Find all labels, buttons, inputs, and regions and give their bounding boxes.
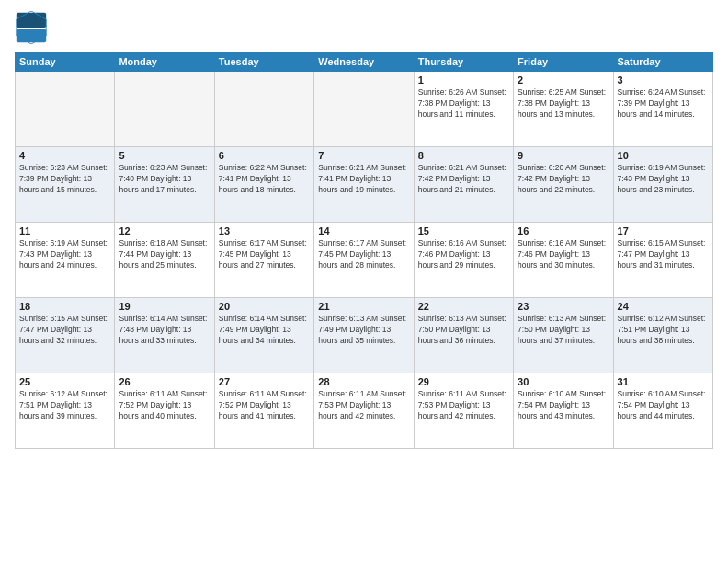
calendar-cell: 16Sunrise: 6:16 AM Sunset: 7:46 PM Dayli… <box>514 223 613 298</box>
calendar-cell: 19Sunrise: 6:14 AM Sunset: 7:48 PM Dayli… <box>115 298 214 373</box>
day-info: Sunrise: 6:14 AM Sunset: 7:48 PM Dayligh… <box>119 314 210 347</box>
calendar-cell: 21Sunrise: 6:13 AM Sunset: 7:49 PM Dayli… <box>314 298 414 373</box>
day-number: 11 <box>19 225 110 236</box>
day-number: 19 <box>119 301 210 312</box>
calendar-week-4: 18Sunrise: 6:15 AM Sunset: 7:47 PM Dayli… <box>16 298 713 373</box>
day-info: Sunrise: 6:23 AM Sunset: 7:40 PM Dayligh… <box>119 163 210 196</box>
day-number: 7 <box>318 150 409 161</box>
calendar-cell: 29Sunrise: 6:11 AM Sunset: 7:53 PM Dayli… <box>414 373 513 449</box>
day-number: 3 <box>618 75 709 86</box>
day-number: 15 <box>418 225 509 236</box>
day-info: Sunrise: 6:16 AM Sunset: 7:46 PM Dayligh… <box>518 238 609 271</box>
calendar-cell: 30Sunrise: 6:10 AM Sunset: 7:54 PM Dayli… <box>514 373 613 449</box>
day-info: Sunrise: 6:11 AM Sunset: 7:52 PM Dayligh… <box>119 389 210 422</box>
calendar-table: SundayMondayTuesdayWednesdayThursdayFrid… <box>15 52 713 449</box>
calendar-cell <box>16 72 115 147</box>
day-number: 20 <box>219 301 310 312</box>
day-number: 26 <box>119 376 210 387</box>
day-info: Sunrise: 6:22 AM Sunset: 7:41 PM Dayligh… <box>219 163 310 196</box>
svg-rect-1 <box>17 13 46 28</box>
calendar-cell: 20Sunrise: 6:14 AM Sunset: 7:49 PM Dayli… <box>214 298 313 373</box>
day-info: Sunrise: 6:13 AM Sunset: 7:50 PM Dayligh… <box>518 314 609 347</box>
day-info: Sunrise: 6:18 AM Sunset: 7:44 PM Dayligh… <box>119 238 210 271</box>
calendar-cell: 11Sunrise: 6:19 AM Sunset: 7:43 PM Dayli… <box>16 223 115 298</box>
day-number: 12 <box>119 225 210 236</box>
calendar-cell: 14Sunrise: 6:17 AM Sunset: 7:45 PM Dayli… <box>314 223 414 298</box>
day-header-saturday: Saturday <box>613 52 712 72</box>
calendar-cell: 1Sunrise: 6:26 AM Sunset: 7:38 PM Daylig… <box>414 72 513 147</box>
calendar-cell: 18Sunrise: 6:15 AM Sunset: 7:47 PM Dayli… <box>16 298 115 373</box>
day-number: 16 <box>518 225 609 236</box>
calendar-cell: 13Sunrise: 6:17 AM Sunset: 7:45 PM Dayli… <box>214 223 313 298</box>
day-info: Sunrise: 6:15 AM Sunset: 7:47 PM Dayligh… <box>618 238 709 271</box>
calendar-cell: 4Sunrise: 6:23 AM Sunset: 7:39 PM Daylig… <box>16 147 115 223</box>
calendar-cell: 26Sunrise: 6:11 AM Sunset: 7:52 PM Dayli… <box>115 373 214 449</box>
day-number: 21 <box>318 301 409 312</box>
day-info: Sunrise: 6:24 AM Sunset: 7:39 PM Dayligh… <box>618 87 709 121</box>
day-info: Sunrise: 6:19 AM Sunset: 7:43 PM Dayligh… <box>618 163 709 196</box>
day-number: 23 <box>518 301 609 312</box>
day-info: Sunrise: 6:10 AM Sunset: 7:54 PM Dayligh… <box>618 389 709 422</box>
day-number: 24 <box>618 301 709 312</box>
calendar-week-2: 4Sunrise: 6:23 AM Sunset: 7:39 PM Daylig… <box>16 147 713 223</box>
day-number: 2 <box>518 75 609 86</box>
day-header-wednesday: Wednesday <box>314 52 414 72</box>
calendar-cell: 8Sunrise: 6:21 AM Sunset: 7:42 PM Daylig… <box>414 147 513 223</box>
day-info: Sunrise: 6:12 AM Sunset: 7:51 PM Dayligh… <box>618 314 709 347</box>
day-number: 27 <box>219 376 310 387</box>
day-info: Sunrise: 6:19 AM Sunset: 7:43 PM Dayligh… <box>19 238 110 271</box>
day-info: Sunrise: 6:17 AM Sunset: 7:45 PM Dayligh… <box>318 238 409 271</box>
day-header-sunday: Sunday <box>16 52 115 72</box>
calendar-cell <box>115 72 214 147</box>
day-number: 5 <box>119 150 210 161</box>
svg-rect-2 <box>17 29 46 42</box>
day-number: 13 <box>219 225 310 236</box>
calendar-cell: 12Sunrise: 6:18 AM Sunset: 7:44 PM Dayli… <box>115 223 214 298</box>
calendar-cell: 15Sunrise: 6:16 AM Sunset: 7:46 PM Dayli… <box>414 223 513 298</box>
calendar-cell: 6Sunrise: 6:22 AM Sunset: 7:41 PM Daylig… <box>214 147 313 223</box>
day-header-thursday: Thursday <box>414 52 513 72</box>
calendar-cell: 17Sunrise: 6:15 AM Sunset: 7:47 PM Dayli… <box>613 223 712 298</box>
calendar-week-5: 25Sunrise: 6:12 AM Sunset: 7:51 PM Dayli… <box>16 373 713 449</box>
day-number: 10 <box>618 150 709 161</box>
day-number: 14 <box>318 225 409 236</box>
logo <box>15 11 51 44</box>
calendar-cell: 27Sunrise: 6:11 AM Sunset: 7:52 PM Dayli… <box>214 373 313 449</box>
day-header-monday: Monday <box>115 52 214 72</box>
day-info: Sunrise: 6:15 AM Sunset: 7:47 PM Dayligh… <box>19 314 110 347</box>
day-number: 28 <box>318 376 409 387</box>
logo-icon <box>15 11 48 44</box>
calendar-cell: 9Sunrise: 6:20 AM Sunset: 7:42 PM Daylig… <box>514 147 613 223</box>
day-info: Sunrise: 6:16 AM Sunset: 7:46 PM Dayligh… <box>418 238 509 271</box>
day-number: 4 <box>19 150 110 161</box>
day-info: Sunrise: 6:25 AM Sunset: 7:38 PM Dayligh… <box>518 87 609 121</box>
day-info: Sunrise: 6:21 AM Sunset: 7:42 PM Dayligh… <box>418 163 509 196</box>
calendar-cell: 24Sunrise: 6:12 AM Sunset: 7:51 PM Dayli… <box>613 298 712 373</box>
day-number: 31 <box>618 376 709 387</box>
calendar-cell: 7Sunrise: 6:21 AM Sunset: 7:41 PM Daylig… <box>314 147 414 223</box>
calendar-week-1: 1Sunrise: 6:26 AM Sunset: 7:38 PM Daylig… <box>16 72 713 147</box>
calendar-cell: 31Sunrise: 6:10 AM Sunset: 7:54 PM Dayli… <box>613 373 712 449</box>
day-number: 30 <box>518 376 609 387</box>
day-header-friday: Friday <box>514 52 613 72</box>
day-number: 9 <box>518 150 609 161</box>
day-header-tuesday: Tuesday <box>214 52 313 72</box>
day-number: 1 <box>418 75 509 86</box>
day-number: 6 <box>219 150 310 161</box>
day-info: Sunrise: 6:17 AM Sunset: 7:45 PM Dayligh… <box>219 238 310 271</box>
calendar-cell: 5Sunrise: 6:23 AM Sunset: 7:40 PM Daylig… <box>115 147 214 223</box>
day-number: 29 <box>418 376 509 387</box>
day-info: Sunrise: 6:10 AM Sunset: 7:54 PM Dayligh… <box>518 389 609 422</box>
day-info: Sunrise: 6:11 AM Sunset: 7:53 PM Dayligh… <box>318 389 409 422</box>
day-number: 25 <box>19 376 110 387</box>
calendar-cell <box>314 72 414 147</box>
day-info: Sunrise: 6:20 AM Sunset: 7:42 PM Dayligh… <box>518 163 609 196</box>
day-info: Sunrise: 6:13 AM Sunset: 7:50 PM Dayligh… <box>418 314 509 347</box>
day-info: Sunrise: 6:13 AM Sunset: 7:49 PM Dayligh… <box>318 314 409 347</box>
calendar-cell: 23Sunrise: 6:13 AM Sunset: 7:50 PM Dayli… <box>514 298 613 373</box>
day-info: Sunrise: 6:12 AM Sunset: 7:51 PM Dayligh… <box>19 389 110 422</box>
day-number: 18 <box>19 301 110 312</box>
day-number: 22 <box>418 301 509 312</box>
day-info: Sunrise: 6:11 AM Sunset: 7:53 PM Dayligh… <box>418 389 509 422</box>
calendar-cell: 10Sunrise: 6:19 AM Sunset: 7:43 PM Dayli… <box>613 147 712 223</box>
